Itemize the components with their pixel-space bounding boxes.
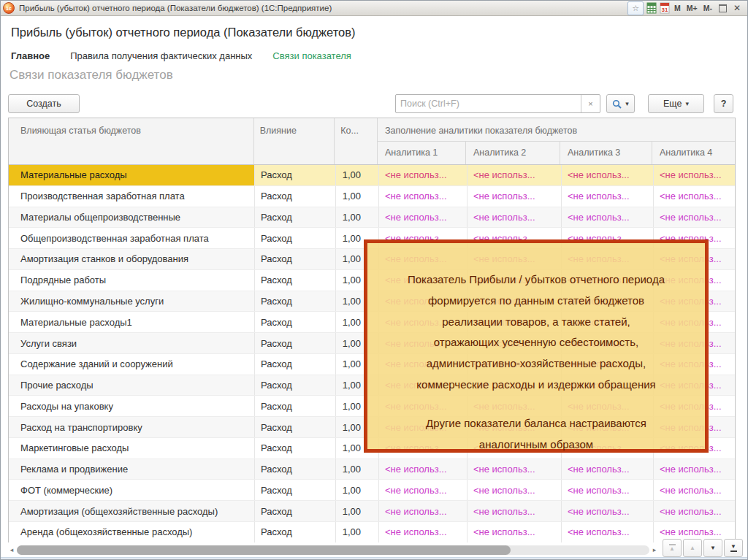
cell-effect[interactable]: Расход [255, 165, 336, 185]
table-row[interactable]: Реклама и продвижениеРасход1,00<не испол… [9, 459, 735, 480]
cell-analytics-3[interactable]: <не использ... [562, 165, 654, 185]
cell-analytics-3[interactable]: <не использ... [562, 459, 654, 480]
cell-analytics-1[interactable]: <не использ... [379, 459, 468, 480]
cell-analytics-4[interactable]: <не использ... [654, 207, 735, 228]
column-header-analytics-4[interactable]: Аналитика 4 [652, 142, 735, 164]
cell-effect[interactable]: Расход [255, 501, 336, 521]
cell-article[interactable]: Услуги связи [9, 333, 255, 353]
cell-effect[interactable]: Расход [255, 249, 336, 269]
cell-analytics-2[interactable]: <не использ... [468, 501, 562, 521]
memory-minus-button[interactable]: М- [702, 2, 714, 15]
cell-article[interactable]: Маркетинговые расходы [9, 438, 255, 459]
calendar-button[interactable]: 31 [660, 2, 670, 15]
cell-article[interactable]: Реклама и продвижение [9, 459, 255, 480]
cell-analytics-3[interactable]: <не использ... [562, 186, 654, 207]
cell-effect[interactable]: Расход [255, 417, 336, 437]
cell-coefficient[interactable]: 1,00 [336, 165, 379, 185]
cell-effect[interactable]: Расход [255, 459, 336, 480]
column-header-analytics-2[interactable]: Аналитика 2 [466, 142, 560, 164]
table-row[interactable]: Материальные расходыРасход1,00<не исполь… [9, 165, 735, 186]
cell-coefficient[interactable]: 1,00 [336, 207, 379, 228]
table-row[interactable]: ФОТ (коммерческие)Расход1,00<не использ.… [9, 480, 735, 501]
horizontal-scrollbar[interactable]: ◂ ▸ [8, 544, 658, 556]
cell-article[interactable]: Прочие расходы [9, 375, 255, 396]
scroll-left-icon[interactable]: ◂ [8, 546, 15, 553]
cell-analytics-4[interactable]: <не использ... [654, 459, 735, 480]
cell-analytics-4[interactable]: <не использ... [654, 186, 735, 207]
column-header-coefficient[interactable]: Ко... [335, 118, 378, 164]
cell-article[interactable]: ФОТ (коммерческие) [9, 480, 255, 500]
tab-indicator-links[interactable]: Связи показателя [272, 50, 351, 61]
cell-article[interactable]: Материалы общепроизводственные [9, 207, 255, 228]
cell-article[interactable]: Аренда (общехозяйственные расходы) [9, 522, 255, 542]
scroll-to-top-button[interactable]: ▲ [663, 539, 682, 557]
cell-analytics-2[interactable]: <не использ... [468, 480, 562, 500]
cell-article[interactable]: Материальные расходы [9, 165, 255, 185]
cell-article[interactable]: Материальные расходы1 [9, 312, 255, 332]
search-options-button[interactable]: ▾ [606, 94, 635, 113]
cell-article[interactable]: Подрядные работы [9, 270, 255, 291]
favorites-button[interactable]: ☆ [627, 1, 644, 15]
cell-effect[interactable]: Расход [255, 375, 336, 396]
cell-article[interactable]: Общепроизводственная заработная плата [9, 228, 255, 248]
cell-effect[interactable]: Расход [255, 270, 336, 291]
column-header-analytics-1[interactable]: Аналитика 1 [378, 142, 466, 164]
create-button[interactable]: Создать [8, 94, 80, 113]
cell-analytics-1[interactable]: <не использ... [379, 522, 468, 542]
scroll-right-icon[interactable]: ▸ [651, 546, 658, 553]
cell-article[interactable]: Содержание зданий и сооружений [9, 354, 255, 375]
cell-analytics-3[interactable]: <не использ... [562, 207, 654, 228]
cell-article[interactable]: Производственная заработная плата [9, 186, 255, 207]
cell-article[interactable]: Амортизация (общехозяйственные расходы) [9, 501, 255, 521]
column-header-effect[interactable]: Влияние [254, 118, 335, 164]
cell-effect[interactable]: Расход [255, 186, 336, 207]
cell-analytics-2[interactable]: <не использ... [468, 186, 562, 207]
cell-effect[interactable]: Расход [255, 522, 336, 542]
cell-coefficient[interactable]: 1,00 [336, 186, 379, 207]
search-input[interactable] [396, 95, 581, 112]
cell-effect[interactable]: Расход [255, 228, 336, 248]
table-row[interactable]: Производственная заработная платаРасход1… [9, 186, 735, 207]
cell-analytics-1[interactable]: <не использ... [379, 165, 468, 185]
cell-analytics-4[interactable]: <не использ... [654, 165, 735, 185]
cell-analytics-2[interactable]: <не использ... [468, 459, 562, 480]
cell-effect[interactable]: Расход [255, 291, 336, 312]
cell-analytics-3[interactable]: <не использ... [562, 480, 654, 500]
cell-coefficient[interactable]: 1,00 [336, 522, 379, 542]
cell-analytics-1[interactable]: <не использ... [379, 207, 468, 228]
cell-analytics-1[interactable]: <не использ... [379, 186, 468, 207]
cell-article[interactable]: Расход на транспортировку [9, 417, 255, 437]
scrollbar-track[interactable] [17, 545, 649, 555]
help-button[interactable]: ? [714, 94, 733, 113]
cell-analytics-4[interactable]: <не использ... [654, 501, 735, 521]
scroll-up-button[interactable]: ▲ [683, 539, 702, 557]
cell-effect[interactable]: Расход [255, 207, 336, 228]
cell-analytics-1[interactable]: <не использ... [379, 501, 468, 521]
cell-article[interactable]: Амортизация станков и оборудования [9, 249, 255, 269]
scroll-down-button[interactable]: ▼ [703, 539, 722, 557]
table-row[interactable]: Амортизация (общехозяйственные расходы)Р… [9, 501, 735, 522]
cell-analytics-2[interactable]: <не использ... [468, 522, 562, 542]
cell-effect[interactable]: Расход [255, 354, 336, 375]
cell-analytics-2[interactable]: <не использ... [468, 207, 562, 228]
column-header-article[interactable]: Влияющая статья бюджетов [9, 118, 254, 164]
cell-analytics-3[interactable]: <не использ... [562, 522, 654, 542]
cell-coefficient[interactable]: 1,00 [336, 501, 379, 521]
more-button[interactable]: Еще ▾ [648, 94, 704, 113]
cell-effect[interactable]: Расход [255, 396, 336, 416]
cell-analytics-3[interactable]: <не использ... [562, 501, 654, 521]
scrollbar-thumb[interactable] [17, 545, 511, 555]
cell-article[interactable]: Жилищно-коммунальные услуги [9, 291, 255, 312]
cell-effect[interactable]: Расход [255, 333, 336, 353]
scroll-to-bottom-button[interactable]: ▼ [724, 539, 743, 557]
tab-main[interactable]: Главное [11, 50, 50, 61]
cell-analytics-2[interactable]: <не использ... [468, 165, 562, 185]
tab-fact-data-rules[interactable]: Правила получения фактических данных [70, 50, 252, 61]
column-header-analytics-group[interactable]: Заполнение аналитики показателя бюджетов [378, 118, 735, 141]
cell-analytics-4[interactable]: <не использ... [654, 480, 735, 500]
cell-effect[interactable]: Расход [255, 480, 336, 500]
table-row[interactable]: Материалы общепроизводственныеРасход1,00… [9, 207, 735, 229]
cell-article[interactable]: Расходы на упаковку [9, 396, 255, 416]
restore-window-button[interactable] [717, 2, 728, 15]
cell-effect[interactable]: Расход [255, 438, 336, 459]
